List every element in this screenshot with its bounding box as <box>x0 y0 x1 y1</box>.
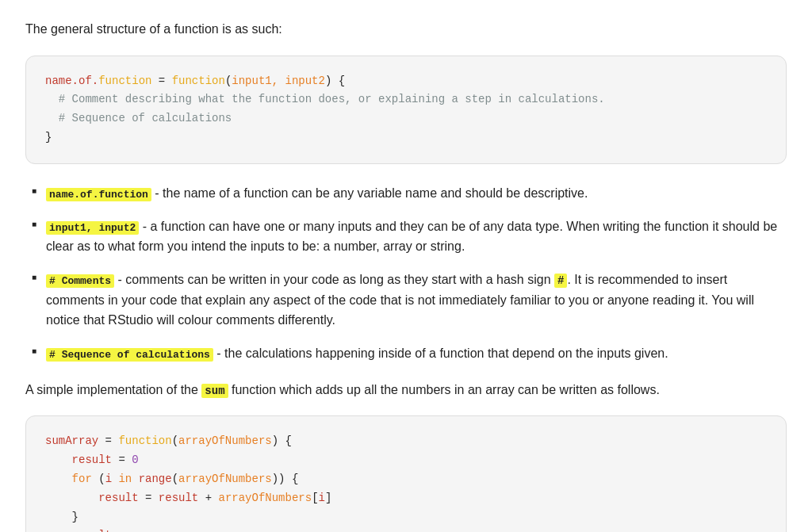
intro-text: The general structure of a function is a… <box>25 19 787 40</box>
code-line-3: # Sequence of calculations <box>45 109 767 128</box>
code-line-26: result <box>45 526 767 532</box>
simple-text-before: A simple implementation of the <box>25 383 201 396</box>
highlight-hash: # <box>554 274 567 288</box>
code-line-4: } <box>45 128 767 147</box>
highlight-comments: # Comments <box>46 274 114 288</box>
bullet-dot-2: ■ <box>32 218 36 231</box>
bullet-content-3: # Comments - comments can be written in … <box>46 270 787 331</box>
bullet-text-1: - the name of a function can be any vari… <box>151 186 588 200</box>
bullet-dot-1: ■ <box>32 185 36 197</box>
code-line-23: for (i in range(arrayOfNumbers)) { <box>45 470 767 489</box>
simple-text-after: function which adds up all the numbers i… <box>228 383 660 396</box>
bullet-item-2: ■ input1, input2 - a function can have o… <box>25 216 787 257</box>
code-line-1: name.of.function = function(input1, inpu… <box>45 72 767 91</box>
bullet-text-2: - a function can have one or many inputs… <box>46 220 777 254</box>
code-block-2: sumArray = function(arrayOfNumbers) { re… <box>25 415 787 532</box>
bullet-item-1: ■ name.of.function - the name of a funct… <box>25 183 787 204</box>
highlight-input1-input2: input1, input2 <box>46 221 139 235</box>
highlight-name-of-function: name.of.function <box>46 188 151 201</box>
bullet-content-2: input1, input2 - a function can have one… <box>46 216 787 257</box>
bullet-dot-4: ■ <box>32 345 36 358</box>
code-line-24: result = result + arrayOfNumbers[i] <box>45 489 767 508</box>
simple-text: A simple implementation of the sum funct… <box>25 380 787 400</box>
bullet-list: ■ name.of.function - the name of a funct… <box>25 183 787 364</box>
bullet-item-4: ■ # Sequence of calculations - the calcu… <box>25 343 787 364</box>
code-line-22: result = 0 <box>45 451 767 470</box>
bullet-content-4: # Sequence of calculations - the calcula… <box>46 343 787 364</box>
highlight-sum: sum <box>201 384 228 398</box>
highlight-sequence: # Sequence of calculations <box>46 348 213 362</box>
code-line-25: } <box>45 508 767 527</box>
bullet-text-4: - the calculations happening inside of a… <box>213 346 668 360</box>
bullet-content-1: name.of.function - the name of a functio… <box>46 183 787 204</box>
bullet-item-3: ■ # Comments - comments can be written i… <box>25 270 787 331</box>
code-block-1: name.of.function = function(input1, inpu… <box>25 55 787 164</box>
bullet-dot-3: ■ <box>32 271 36 284</box>
code-line-21: sumArray = function(arrayOfNumbers) { <box>45 432 767 451</box>
bullet-text-3a: - comments can be written in your code a… <box>114 273 554 286</box>
code-line-2: # Comment describing what the function d… <box>45 90 767 109</box>
